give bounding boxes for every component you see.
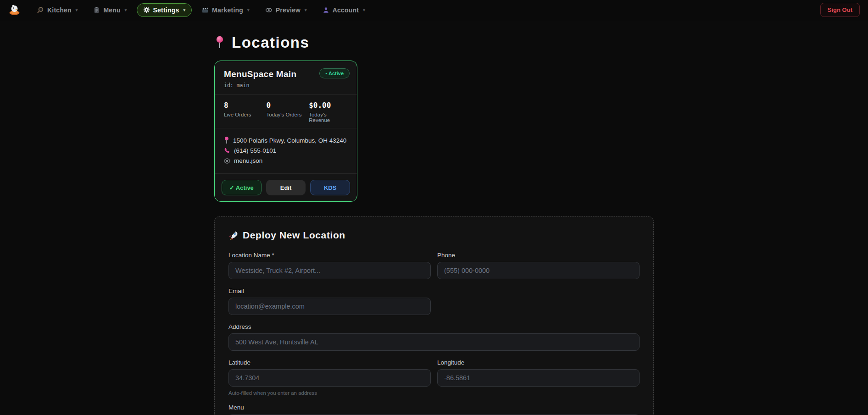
edit-button[interactable]: Edit (266, 180, 306, 195)
nav-item-label: Kitchen (47, 6, 72, 14)
phone-field: Phone (437, 252, 640, 279)
stat-label: Live Orders (224, 112, 267, 117)
location-name-input[interactable] (228, 262, 431, 279)
nav-item-label: Preview (276, 6, 300, 14)
stat-value: $0.00 (309, 101, 348, 110)
menu-label: Menu (228, 404, 640, 411)
email-label: Email (228, 288, 431, 294)
nav-item-marketing[interactable]: Marketing ▾ (195, 4, 256, 17)
phone-input[interactable] (437, 262, 640, 279)
location-stats: 8 Live Orders 0 Today's Orders $0.00 Tod… (215, 95, 357, 128)
nav-item-menu[interactable]: Menu ▾ (87, 4, 133, 17)
deploy-form: Location Name * Phone Email Address Lati… (228, 252, 640, 415)
telephone-icon (224, 148, 230, 154)
status-badge: • Active (319, 68, 350, 78)
contact-text: menu.json (234, 157, 262, 164)
plate-icon (224, 158, 230, 164)
nav-item-preview[interactable]: Preview ▾ (259, 4, 313, 17)
longitude-field: Longitude (437, 359, 640, 396)
nav-item-label: Settings (153, 6, 179, 14)
chevron-down-icon: ▾ (183, 8, 185, 12)
latitude-input[interactable] (228, 369, 431, 387)
clipboard-icon (93, 6, 100, 14)
deploy-section-title: Deploy New Location (228, 230, 640, 241)
stat-todays-revenue: $0.00 Today's Revenue (309, 101, 348, 123)
round-pushpin-icon (224, 137, 229, 144)
rocket-icon (228, 231, 238, 240)
magnifying-glass-icon (37, 6, 44, 14)
chevron-down-icon: ▾ (125, 8, 127, 12)
contact-phone: (614) 555-0101 (224, 147, 348, 154)
location-contact: 1500 Polaris Pkwy, Columbus, OH 43240 (6… (215, 128, 357, 173)
phone-label: Phone (437, 252, 640, 259)
kds-button[interactable]: KDS (310, 180, 350, 195)
sign-out-button[interactable]: Sign Out (820, 3, 860, 17)
chevron-down-icon: ▾ (76, 8, 78, 12)
deploy-new-location-section: Deploy New Location Location Name * Phon… (214, 216, 654, 415)
location-name-label: Location Name * (228, 252, 431, 259)
stat-label: Today's Revenue (309, 112, 348, 123)
eye-icon (265, 6, 273, 14)
round-pushpin-icon (214, 36, 225, 50)
person-icon (323, 6, 329, 14)
nav-item-kitchen[interactable]: Kitchen ▾ (31, 4, 83, 17)
main-content: Locations MenuSpace Main id: main • Acti… (214, 34, 654, 415)
longitude-label: Longitude (437, 359, 640, 366)
nav-item-label: Marketing (212, 6, 243, 14)
stat-label: Today's Orders (267, 112, 309, 117)
gear-icon (143, 6, 150, 13)
contact-menu-file: menu.json (224, 157, 348, 164)
location-card: MenuSpace Main id: main • Active 8 Live … (214, 61, 357, 202)
clapperboard-icon (201, 6, 209, 14)
deploy-title-text: Deploy New Location (243, 230, 345, 241)
address-field: Address (228, 323, 640, 351)
app-logo-icon (8, 4, 21, 16)
chevron-down-icon: ▾ (363, 8, 365, 12)
nav-item-label: Menu (103, 6, 120, 14)
chevron-down-icon: ▾ (305, 8, 307, 12)
contact-text: 1500 Polaris Pkwy, Columbus, OH 43240 (233, 137, 346, 144)
email-input[interactable] (228, 298, 431, 315)
email-field: Email (228, 288, 431, 315)
address-input[interactable] (228, 333, 640, 351)
stat-value: 0 (267, 101, 309, 110)
latitude-label: Latitude (228, 359, 431, 366)
address-label: Address (228, 323, 640, 330)
page-title-text: Locations (232, 34, 309, 51)
app-logo[interactable] (8, 4, 21, 16)
chevron-down-icon: ▾ (247, 8, 250, 12)
contact-address: 1500 Polaris Pkwy, Columbus, OH 43240 (224, 137, 348, 144)
location-actions: ✓ Active Edit KDS (215, 174, 357, 201)
location-name-field: Location Name * (228, 252, 431, 279)
nav-item-settings[interactable]: Settings ▾ (137, 3, 192, 17)
nav-item-label: Account (333, 6, 359, 14)
location-card-header: MenuSpace Main id: main • Active (215, 61, 357, 94)
nav-item-account[interactable]: Account ▾ (317, 4, 371, 17)
active-toggle-button[interactable]: ✓ Active (222, 180, 262, 195)
stat-todays-orders: 0 Today's Orders (267, 101, 309, 123)
page-title: Locations (214, 34, 654, 51)
stat-value: 8 (224, 101, 267, 110)
location-id: id: main (224, 82, 349, 89)
latitude-field: Latitude Auto-filled when you enter an a… (228, 359, 431, 396)
stat-live-orders: 8 Live Orders (224, 101, 267, 123)
longitude-input[interactable] (437, 369, 640, 387)
top-nav: Kitchen ▾ Menu ▾ (0, 0, 868, 20)
menu-field: Menu Use main menu (menu.json) (228, 404, 640, 415)
contact-text: (614) 555-0101 (234, 147, 276, 154)
latitude-hint: Auto-filled when you enter an address (228, 390, 431, 396)
